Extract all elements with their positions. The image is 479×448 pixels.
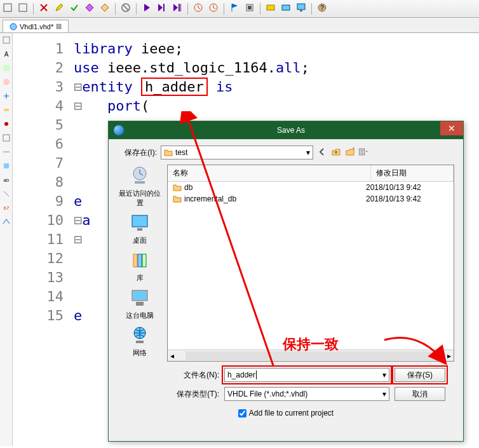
filetype-label: 保存类型(T): <box>171 389 219 400</box>
check-icon[interactable] <box>69 3 79 15</box>
svg-rect-12 <box>282 5 290 10</box>
svg-text:67: 67 <box>3 205 9 211</box>
gutter-icon[interactable]: 67 <box>2 203 11 212</box>
play-step-icon[interactable] <box>172 3 182 15</box>
annotation-text: 保持一致 <box>283 335 339 354</box>
tool-icon[interactable] <box>281 3 291 15</box>
gutter-icon[interactable]: ab <box>2 175 11 184</box>
place-desktop[interactable]: 桌面 <box>128 212 151 245</box>
file-row[interactable]: incremental_db 2018/10/13 9:42 <box>168 193 454 205</box>
chip-icon[interactable] <box>245 3 255 15</box>
back-icon[interactable] <box>317 147 327 159</box>
gutter-icon[interactable] <box>2 105 11 114</box>
file-tab[interactable]: Vhdl1.vhd* ⊠ <box>3 20 69 32</box>
svg-rect-1 <box>19 4 27 11</box>
svg-rect-4 <box>163 4 165 11</box>
play-step-icon[interactable] <box>157 3 167 15</box>
col-date[interactable]: 修改日期 <box>371 165 454 181</box>
svg-rect-38 <box>133 292 146 299</box>
save-as-dialog: Save As ✕ 保存在(I): test ▾ * 最近访问的位置 <box>108 121 464 442</box>
diamond-icon[interactable] <box>100 3 110 15</box>
checkbox-label: Add file to current project <box>249 409 334 417</box>
svg-rect-20 <box>3 65 10 71</box>
scroll-right-icon[interactable]: ▸ <box>445 351 454 360</box>
gutter-icon[interactable] <box>2 119 11 128</box>
svg-text:*: * <box>353 147 354 152</box>
flag-icon[interactable] <box>229 3 240 15</box>
gutter-icon[interactable] <box>2 161 11 170</box>
filename-input[interactable]: h_adder ▾ <box>224 368 389 382</box>
gutter-icon[interactable] <box>2 189 11 198</box>
svg-rect-24 <box>3 135 10 141</box>
gutter-icon[interactable] <box>2 64 11 72</box>
svg-rect-25 <box>4 163 9 168</box>
dropdown-arrow-icon: ▾ <box>382 370 386 379</box>
dialog-nav-icons: * <box>317 147 369 159</box>
svg-rect-35 <box>138 254 142 267</box>
close-button[interactable]: ✕ <box>440 121 463 135</box>
view-menu-icon[interactable] <box>359 147 369 159</box>
monitor-icon[interactable] <box>296 3 306 15</box>
gutter-icon[interactable] <box>2 217 11 226</box>
svg-rect-33 <box>137 228 142 231</box>
gutter-icon[interactable] <box>2 147 11 156</box>
edit-icon[interactable] <box>54 3 64 15</box>
svg-rect-0 <box>4 4 11 11</box>
tool-icon[interactable] <box>266 3 276 15</box>
svg-point-17 <box>10 24 17 30</box>
gutter-icon[interactable] <box>2 36 11 44</box>
tab-bar: Vhdl1.vhd* ⊠ <box>0 18 479 33</box>
clock-icon[interactable] <box>193 3 203 15</box>
svg-text:A: A <box>4 51 8 58</box>
tool-icon[interactable] <box>18 3 28 15</box>
svg-rect-36 <box>142 254 146 267</box>
svg-rect-13 <box>297 4 305 10</box>
line-numbers: 1 2 3 4 5 6 7 8 9 10 11 12 13 14 15 <box>13 33 74 446</box>
place-computer[interactable]: 这台电脑 <box>126 287 154 320</box>
main-toolbar: ? <box>0 0 479 18</box>
file-list: 名称 修改日期 db 2018/10/13 9:42 incremental_d… <box>167 165 454 362</box>
svg-rect-14 <box>300 10 302 11</box>
globe-icon <box>114 125 124 135</box>
gutter-icon[interactable]: A <box>2 50 11 58</box>
dropdown-arrow-icon: ▾ <box>306 148 310 157</box>
place-libraries[interactable]: 库 <box>128 249 151 283</box>
svg-rect-6 <box>180 4 181 11</box>
file-rows[interactable]: db 2018/10/13 9:42 incremental_db 2018/1… <box>168 182 454 350</box>
close-tab-icon[interactable]: ⊠ <box>56 22 62 31</box>
dropdown-arrow-icon: ▾ <box>382 390 386 398</box>
cancel-button[interactable]: 取消 <box>395 387 445 401</box>
places-bar: 最近访问的位置 桌面 库 这台电脑 网络 <box>118 165 162 362</box>
col-name[interactable]: 名称 <box>168 165 371 181</box>
gutter-icon[interactable] <box>2 133 11 142</box>
svg-rect-22 <box>4 109 9 111</box>
tool-icon[interactable] <box>3 3 13 15</box>
editor-gutter: A ab 67 <box>0 33 13 446</box>
entity-name-highlight: h_adder <box>141 78 208 96</box>
place-recent[interactable]: 最近访问的位置 <box>118 165 162 208</box>
save-in-dropdown[interactable]: test ▾ <box>161 146 313 160</box>
save-button[interactable]: 保存(S) <box>395 368 445 382</box>
clock-icon[interactable] <box>208 3 219 15</box>
add-to-project-checkbox[interactable] <box>238 409 246 417</box>
folder-icon <box>173 184 182 191</box>
file-row[interactable]: db 2018/10/13 9:42 <box>168 182 454 193</box>
stop-icon[interactable] <box>121 3 131 15</box>
scroll-left-icon[interactable]: ◂ <box>168 351 177 360</box>
new-folder-icon[interactable]: * <box>345 147 355 159</box>
file-list-header: 名称 修改日期 <box>168 165 454 182</box>
svg-line-3 <box>123 5 128 10</box>
up-folder-icon[interactable] <box>331 147 341 159</box>
place-network[interactable]: 网络 <box>128 324 151 358</box>
filetype-dropdown[interactable]: VHDL File (*.vhd;*.vhdl) ▾ <box>224 387 389 401</box>
diamond-icon[interactable] <box>84 3 95 15</box>
svg-rect-34 <box>133 254 137 267</box>
gutter-icon[interactable] <box>2 92 11 100</box>
folder-icon <box>164 149 173 156</box>
delete-icon[interactable] <box>39 3 49 15</box>
help-icon[interactable]: ? <box>317 3 327 15</box>
dialog-titlebar[interactable]: Save As ✕ <box>109 121 463 139</box>
play-icon[interactable] <box>142 3 152 15</box>
svg-rect-10 <box>248 6 252 10</box>
gutter-icon[interactable] <box>2 78 11 86</box>
